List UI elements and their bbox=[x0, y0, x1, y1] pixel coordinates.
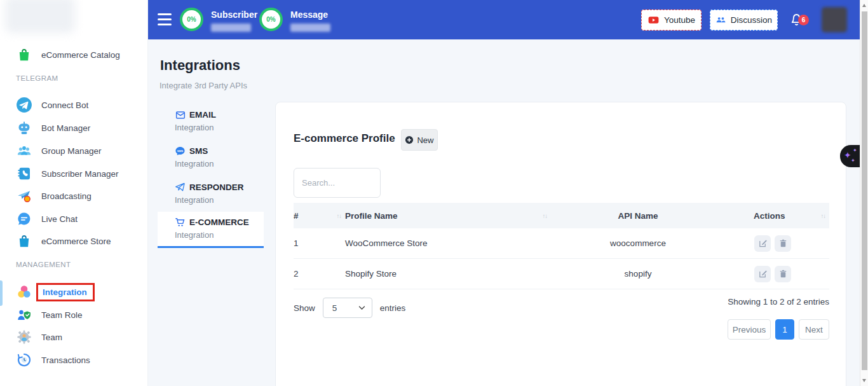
sidebar-item-live-chat[interactable]: Live Chat bbox=[0, 207, 147, 230]
notifications-button[interactable]: 6 bbox=[789, 11, 810, 31]
message-stat: 0% Message bbox=[259, 8, 330, 32]
sidebar-item-team-role[interactable]: Team Role bbox=[0, 303, 147, 326]
sidebar-item-connect-bot[interactable]: Connect Bot bbox=[0, 93, 147, 116]
column-header-profile-name[interactable]: Profile Name ↑↓ bbox=[345, 211, 551, 221]
row-num: 2 bbox=[294, 269, 345, 279]
sidebar-item-group-manager[interactable]: Group Manager bbox=[0, 139, 147, 162]
column-label: # bbox=[294, 211, 299, 221]
sidebar-item-team[interactable]: Team bbox=[0, 326, 147, 348]
subnav-subtitle: Integration bbox=[175, 230, 264, 240]
gear-person-icon bbox=[16, 329, 32, 345]
sidebar-item-label: eCommerce Catalog bbox=[41, 50, 120, 60]
column-header-actions[interactable]: Actions ↑↓ bbox=[725, 211, 829, 221]
sidebar-item-label: Broadcasting bbox=[41, 191, 92, 201]
sidebar-item-transactions[interactable]: Transactions bbox=[0, 348, 147, 371]
panel-title: E-commerce Profile bbox=[294, 132, 395, 145]
sidebar-item-bot-manager[interactable]: Bot Manager bbox=[0, 116, 147, 139]
sidebar-item-ecommerce-store[interactable]: eCommerce Store bbox=[0, 230, 147, 252]
telegram-plane-icon bbox=[16, 97, 32, 113]
active-item-indicator bbox=[0, 280, 3, 306]
sidebar-item-subscriber-manager[interactable]: Subscriber Manager bbox=[0, 162, 147, 185]
robot-icon bbox=[16, 120, 32, 136]
column-header-num[interactable]: # ↑↓ bbox=[294, 211, 345, 221]
sidebar-item-ecommerce-catalog[interactable]: eCommerce Catalog bbox=[0, 43, 147, 66]
app-logo bbox=[5, 0, 75, 33]
subnav-item-ecommerce[interactable]: E-COMMERCE Integration bbox=[158, 212, 264, 248]
page-title: Integrations bbox=[160, 57, 240, 74]
row-profile-name: Shopify Store bbox=[345, 269, 551, 279]
shopping-cart-icon bbox=[175, 217, 186, 228]
ecommerce-profile-card: E-commerce Profile New # ↑↓ Profile Name… bbox=[275, 102, 846, 386]
subscriber-progress-ring: 0% bbox=[180, 8, 203, 31]
venn-circles-icon bbox=[16, 284, 32, 300]
section-label-telegram: TELEGRAM bbox=[16, 74, 58, 82]
topbar: 0% Subscriber 0% Message Youtube Discuss… bbox=[148, 0, 860, 39]
sidebar-item-label: Live Chat bbox=[41, 214, 78, 224]
subnav-title: RESPONDER bbox=[189, 183, 244, 192]
plus-circle-icon bbox=[405, 135, 414, 144]
page-size-select[interactable]: 5 bbox=[323, 298, 372, 318]
hamburger-menu-icon[interactable] bbox=[158, 13, 172, 25]
contact-book-icon bbox=[16, 165, 32, 182]
user-avatar[interactable] bbox=[822, 7, 847, 32]
email-icon bbox=[175, 109, 186, 120]
trash-icon bbox=[778, 269, 788, 279]
entries-label: entries bbox=[380, 303, 406, 313]
new-profile-button[interactable]: New bbox=[401, 129, 438, 151]
sidebar-item-label: Team Role bbox=[41, 310, 83, 320]
column-label: Profile Name bbox=[345, 211, 398, 221]
column-header-api-name[interactable]: API Name bbox=[551, 211, 725, 221]
youtube-button-label: Youtube bbox=[664, 15, 695, 25]
sort-icon[interactable]: ↑↓ bbox=[821, 212, 826, 219]
section-label-management: MANAGEMENT bbox=[16, 261, 71, 268]
edit-pencil-icon bbox=[758, 269, 768, 279]
subscriber-percent: 0% bbox=[187, 16, 196, 23]
youtube-button[interactable]: Youtube bbox=[641, 10, 702, 31]
ai-assistant-fab[interactable]: ✦ ✦ ✦ bbox=[840, 145, 860, 167]
table-row: 1 WooCommerce Store woocommerce bbox=[294, 228, 829, 259]
table-row: 2 Shopify Store shopify bbox=[294, 259, 829, 289]
sparkle-small-icon: ✦ bbox=[853, 148, 857, 153]
trash-icon bbox=[778, 238, 788, 248]
current-page-button[interactable]: 1 bbox=[775, 319, 794, 340]
scrollbar-thumb[interactable] bbox=[862, 11, 867, 370]
sidebar: eCommerce Catalog TELEGRAM Connect Bot B… bbox=[0, 0, 148, 386]
broadcast-plane-icon bbox=[16, 188, 32, 204]
message-progress-ring: 0% bbox=[259, 8, 283, 31]
scrollbar[interactable] bbox=[860, 0, 868, 386]
scroll-up-arrow-icon[interactable] bbox=[862, 4, 866, 7]
row-actions bbox=[725, 235, 829, 252]
sort-icon[interactable]: ↑↓ bbox=[543, 212, 548, 219]
subnav-title: EMAIL bbox=[189, 110, 216, 120]
sidebar-item-label: Subscriber Manager bbox=[41, 169, 119, 179]
scroll-down-arrow-icon[interactable] bbox=[862, 379, 866, 382]
page-subtitle: Integrate 3rd Party APIs bbox=[159, 81, 247, 90]
edit-button[interactable] bbox=[754, 266, 771, 282]
edit-button[interactable] bbox=[754, 235, 771, 252]
chat-bubble-icon bbox=[16, 210, 32, 227]
history-clock-icon bbox=[16, 352, 32, 368]
paper-plane-icon bbox=[175, 182, 186, 193]
column-label: Actions bbox=[754, 211, 785, 221]
delete-button[interactable] bbox=[775, 235, 791, 252]
discussion-button[interactable]: Discussion bbox=[710, 10, 778, 31]
subnav-item-responder[interactable]: RESPONDER Integration bbox=[158, 177, 264, 211]
app-screen: eCommerce Catalog TELEGRAM Connect Bot B… bbox=[0, 0, 868, 386]
sidebar-item-broadcasting[interactable]: Broadcasting bbox=[0, 184, 147, 207]
sidebar-item-label: Group Manager bbox=[41, 146, 102, 156]
next-page-button[interactable]: Next bbox=[799, 319, 829, 340]
previous-page-button[interactable]: Previous bbox=[728, 319, 771, 340]
annotation-highlight-box: Integration bbox=[36, 283, 95, 301]
row-num: 1 bbox=[294, 238, 345, 248]
delete-button[interactable] bbox=[775, 266, 791, 282]
search-input[interactable] bbox=[294, 168, 381, 198]
subnav-item-email[interactable]: EMAIL Integration bbox=[158, 104, 264, 139]
message-stat-redacted-value bbox=[290, 24, 330, 32]
column-label: API Name bbox=[618, 211, 658, 221]
subscriber-stat-redacted-value bbox=[211, 24, 251, 32]
sidebar-item-integration[interactable]: Integration bbox=[0, 280, 147, 303]
sort-icon[interactable]: ↑↓ bbox=[337, 212, 342, 219]
subnav-item-sms[interactable]: SMS SMS Integration bbox=[158, 141, 264, 175]
message-stat-label: Message bbox=[290, 8, 330, 20]
show-label: Show bbox=[294, 303, 315, 313]
